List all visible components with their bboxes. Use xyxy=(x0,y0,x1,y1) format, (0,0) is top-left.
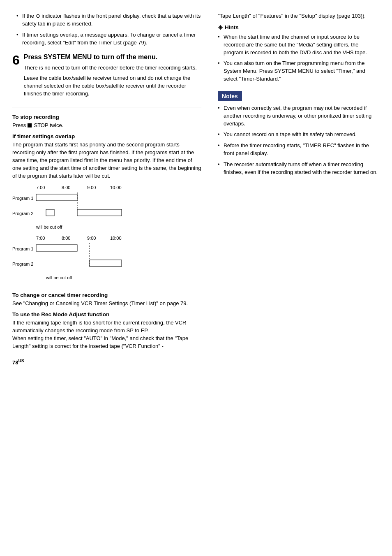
notes-list: Even when correctly set, the program may… xyxy=(218,104,380,176)
to-use-rec-mode-body: If the remaining tape length is too shor… xyxy=(12,319,201,350)
hints-label: Hints xyxy=(225,24,239,30)
step-content: Press SYSTEM MENU to turn off the menu. … xyxy=(24,53,201,100)
step-body-p1: There is no need to turn off the recorde… xyxy=(24,64,201,72)
to-use-rec-mode-heading: To use the Rec Mode Adjust function xyxy=(12,311,201,317)
svg-text:Program 2: Program 2 xyxy=(12,262,33,266)
hints-list: When the start time and the channel or i… xyxy=(218,33,380,83)
svg-rect-19 xyxy=(90,260,122,266)
step-body-p2: Leave the cable box/satellite receiver t… xyxy=(24,74,201,98)
diagram-1: 7:00 8:00 9:00 10:00 Program 1 Program 2… xyxy=(12,184,152,234)
step-number: 6 xyxy=(12,53,20,100)
hint-item-2: You can also turn on the Timer programmi… xyxy=(218,60,380,83)
notes-box: Notes xyxy=(218,91,242,101)
to-change-cancel-body: See "Changing or Canceling VCR Timer Set… xyxy=(12,300,201,308)
note-item-4: The recorder automatically turns off whe… xyxy=(218,161,380,176)
note-item-3: Before the timer recording starts, "TIME… xyxy=(218,142,380,158)
step-body: There is no need to turn off the recorde… xyxy=(24,64,201,97)
svg-text:will be cut off: will be cut off xyxy=(36,225,62,229)
hints-icon: ☀ xyxy=(218,24,223,31)
svg-text:8:00: 8:00 xyxy=(62,236,70,241)
to-change-cancel-heading: To change or cancel timer recording xyxy=(12,292,201,298)
svg-text:7:00: 7:00 xyxy=(36,236,45,241)
svg-rect-9 xyxy=(77,209,122,216)
svg-text:Program 2: Program 2 xyxy=(12,211,33,216)
to-stop-recording-body: Press STOP twice. xyxy=(12,122,201,130)
svg-text:9:00: 9:00 xyxy=(87,236,96,241)
svg-rect-5 xyxy=(36,194,77,201)
hints-title: ☀ Hints xyxy=(218,24,380,31)
svg-text:8:00: 8:00 xyxy=(62,185,70,190)
right-column: "Tape Length" of "Features" in the "Setu… xyxy=(214,12,380,544)
svg-text:9:00: 9:00 xyxy=(87,185,96,190)
svg-text:Program 1: Program 1 xyxy=(12,246,33,251)
note-item-1: Even when correctly set, the program may… xyxy=(218,104,380,128)
rec-mode-p1: If the remaining tape length is too shor… xyxy=(12,319,201,335)
hints-section: ☀ Hints When the start time and the chan… xyxy=(218,24,380,83)
svg-rect-16 xyxy=(36,245,77,251)
svg-text:Program 1: Program 1 xyxy=(12,196,33,201)
diagrams-container: 7:00 8:00 9:00 10:00 Program 1 Program 2… xyxy=(12,184,201,285)
if-timer-overlap-heading: If timer settings overlap xyxy=(12,133,201,139)
bullet-item-1: If the ⊙ indicator flashes in the front … xyxy=(16,12,201,28)
continuation-text: "Tape Length" of "Features" in the "Setu… xyxy=(218,12,380,20)
stop-icon xyxy=(28,123,32,127)
svg-text:10:00: 10:00 xyxy=(110,236,122,241)
to-stop-recording-heading: To stop recording xyxy=(12,114,201,120)
top-bullet-list: If the ⊙ indicator flashes in the front … xyxy=(12,12,201,46)
svg-text:will be cut off: will be cut off xyxy=(46,275,72,280)
notes-section: Notes Even when correctly set, the progr… xyxy=(218,91,380,176)
divider-1 xyxy=(12,107,201,107)
svg-rect-8 xyxy=(46,209,54,216)
note-item-2: You cannot record on a tape with its saf… xyxy=(218,131,380,139)
if-timer-overlap-body: The program that starts first has priori… xyxy=(12,141,201,180)
page-number: 78US xyxy=(12,359,201,366)
diagram-2: 7:00 8:00 9:00 10:00 Program 1 Program 2… xyxy=(12,235,152,284)
hint-item-1: When the start time and the channel or i… xyxy=(218,33,380,57)
svg-text:10:00: 10:00 xyxy=(110,185,122,190)
svg-text:7:00: 7:00 xyxy=(36,185,45,190)
rec-mode-p2: When setting the timer, select "AUTO" in… xyxy=(12,335,201,350)
bullet-item-2: If timer settings overlap, a message app… xyxy=(16,31,201,47)
step-6: 6 Press SYSTEM MENU to turn off the menu… xyxy=(12,53,201,100)
step-title: Press SYSTEM MENU to turn off the menu. xyxy=(24,53,201,62)
left-column: If the ⊙ indicator flashes in the front … xyxy=(12,12,214,544)
